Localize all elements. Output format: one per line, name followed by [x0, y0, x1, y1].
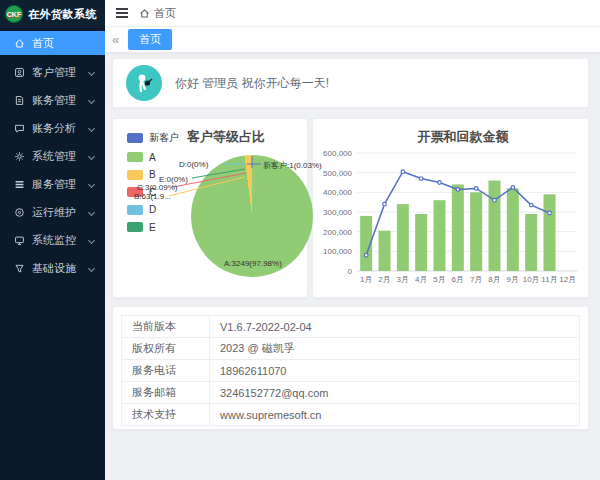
sidebar-item-4[interactable]: 系统管理 — [0, 143, 105, 169]
x-tick-label: 10月 — [522, 274, 540, 285]
table-row: 版权所有2023 @ 磁凯孚 — [122, 338, 580, 360]
sidebar-item-label: 首页 — [32, 36, 96, 51]
y-tick-label: 200,000 — [313, 228, 352, 237]
x-tick-label: 8月 — [485, 274, 503, 285]
chevron-down-icon — [88, 96, 95, 103]
x-tick-label: 6月 — [449, 274, 467, 285]
chat-icon — [13, 122, 25, 134]
x-tick-label: 4月 — [412, 274, 430, 285]
legend-marker — [127, 133, 143, 143]
legend-item[interactable]: E — [127, 222, 179, 233]
table-row: 当前版本V1.6.7-2022-02-04 — [122, 316, 580, 338]
mascot-icon — [131, 70, 157, 96]
chevron-down-icon — [88, 68, 95, 75]
sidebar-item-label: 账务管理 — [32, 93, 82, 108]
legend-label: A — [149, 152, 156, 163]
legend-label: 新客户 — [149, 131, 179, 145]
pie-chart-title: 客户等级占比 — [187, 128, 265, 146]
sidebar: CKF 在外货款系统 首页客户管理账务管理账务分析系统管理服务管理运行维护系统监… — [0, 0, 105, 480]
y-tick-label: 100,000 — [313, 247, 352, 256]
chevron-down-icon — [88, 180, 95, 187]
sidebar-item-5[interactable]: 服务管理 — [0, 171, 105, 197]
info-card: 当前版本V1.6.7-2022-02-04版权所有2023 @ 磁凯孚服务电话1… — [112, 306, 589, 430]
app-logo-icon: CKF — [5, 5, 23, 23]
breadcrumb[interactable]: 首页 — [139, 6, 176, 21]
x-tick-label: 1月 — [357, 274, 375, 285]
info-label: 服务电话 — [122, 360, 210, 382]
info-value: 18962611070 — [210, 360, 580, 382]
legend-marker — [127, 222, 143, 232]
legend-item[interactable]: 新客户 — [127, 131, 179, 145]
tab-home[interactable]: 首页 — [128, 29, 172, 50]
info-value: 3246152772@qq.com — [210, 382, 580, 404]
x-tick-label: 3月 — [394, 274, 412, 285]
chevron-down-icon — [88, 208, 95, 215]
y-tick-label: 300,000 — [313, 208, 352, 217]
y-tick-label: 600,000 — [313, 149, 352, 158]
legend-item[interactable]: A — [127, 152, 179, 163]
filter-icon — [13, 262, 25, 274]
sidebar-item-label: 运行维护 — [32, 205, 82, 220]
pie-label-B: B:63(1.9... — [134, 192, 171, 201]
sidebar-menu: 首页客户管理账务管理账务分析系统管理服务管理运行维护系统监控基础设施 — [0, 28, 105, 281]
sidebar-item-3[interactable]: 账务分析 — [0, 115, 105, 141]
avatar — [126, 65, 162, 101]
legend-item[interactable]: D — [127, 204, 179, 215]
chevron-down-icon — [88, 236, 95, 243]
monitor-icon — [13, 234, 25, 246]
pie-chart-card: 客户等级占比 新客户ABCDE D:0(0%)新客户:1(0.03%)E:0(0… — [112, 118, 308, 298]
home-icon — [139, 8, 150, 19]
x-tick-label: 7月 — [467, 274, 485, 285]
info-value: 2023 @ 磁凯孚 — [210, 338, 580, 360]
table-row: 技术支持www.supremesoft.cn — [122, 404, 580, 426]
user-icon — [13, 66, 25, 78]
collapse-tabs-icon[interactable]: « — [112, 33, 119, 46]
legend-marker — [127, 170, 143, 180]
sidebar-item-label: 系统监控 — [32, 233, 82, 248]
version-info-table: 当前版本V1.6.7-2022-02-04版权所有2023 @ 磁凯孚服务电话1… — [121, 315, 580, 426]
x-tick-label: 9月 — [504, 274, 522, 285]
info-label: 服务邮箱 — [122, 382, 210, 404]
sidebar-item-2[interactable]: 账务管理 — [0, 87, 105, 113]
logo-row: CKF 在外货款系统 — [0, 0, 105, 28]
circle-icon — [13, 206, 25, 218]
x-tick-label: 2月 — [375, 274, 393, 285]
info-label: 版权所有 — [122, 338, 210, 360]
sidebar-item-0[interactable]: 首页 — [0, 31, 105, 55]
info-label: 技术支持 — [122, 404, 210, 426]
sidebar-item-6[interactable]: 运行维护 — [0, 199, 105, 225]
sidebar-item-label: 服务管理 — [32, 177, 82, 192]
sidebar-item-8[interactable]: 基础设施 — [0, 255, 105, 281]
pie-label-新客户: 新客户:1(0.03%) — [263, 160, 322, 171]
breadcrumb-label: 首页 — [154, 6, 176, 21]
sidebar-item-7[interactable]: 系统监控 — [0, 227, 105, 253]
top-navbar: 首页 — [105, 0, 600, 27]
info-label: 当前版本 — [122, 316, 210, 338]
legend-label: D — [149, 204, 156, 215]
app-title: 在外货款系统 — [28, 7, 97, 22]
chevron-down-icon — [88, 124, 95, 131]
home-icon — [13, 37, 25, 49]
chevron-down-icon — [88, 264, 95, 271]
bar-chart-card: 开票和回款金额 600,000500,000400,000300,000200,… — [312, 118, 589, 298]
legend-marker — [127, 205, 143, 215]
server-icon — [13, 178, 25, 190]
sidebar-item-label: 账务分析 — [32, 121, 82, 136]
sidebar-item-label: 基础设施 — [32, 261, 82, 276]
pie-label-D: D:0(0%) — [179, 160, 208, 169]
table-row: 服务电话18962611070 — [122, 360, 580, 382]
info-value: www.supremesoft.cn — [210, 404, 580, 426]
chevron-down-icon — [88, 152, 95, 159]
pie-label-C: C:3(0.09%) — [137, 183, 177, 192]
x-tick-label: 5月 — [430, 274, 448, 285]
bar-line-chart[interactable] — [313, 119, 590, 299]
sidebar-item-1[interactable]: 客户管理 — [0, 59, 105, 85]
hamburger-icon[interactable] — [116, 8, 128, 18]
x-tick-label: 12月 — [559, 274, 577, 285]
tab-bar: « 首页 — [105, 27, 600, 53]
info-value: V1.6.7-2022-02-04 — [210, 316, 580, 338]
legend-marker — [127, 152, 143, 162]
y-tick-label: 400,000 — [313, 188, 352, 197]
legend-label: B — [149, 169, 156, 180]
file-icon — [13, 94, 25, 106]
